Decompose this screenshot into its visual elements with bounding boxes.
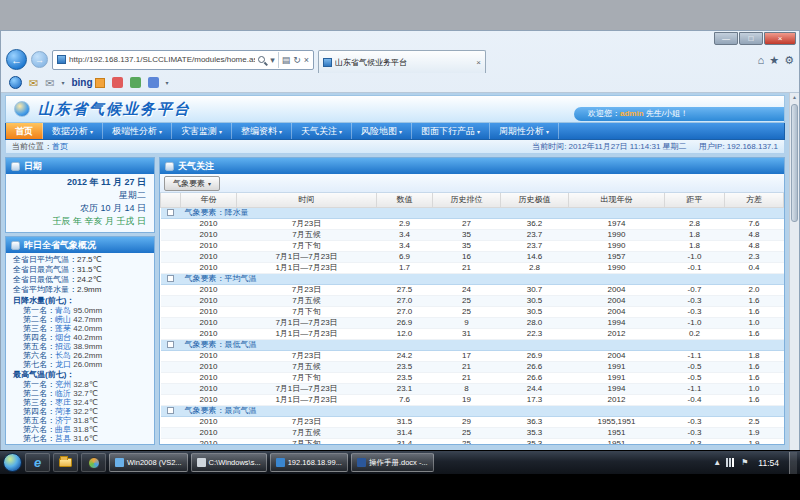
taskbar-clock[interactable]: 11:54 xyxy=(753,458,784,468)
nav-item-7[interactable]: 风险地图▾ xyxy=(352,123,412,139)
table-row[interactable]: 20107月23日27.52430.72004-0.72.0 xyxy=(161,284,784,295)
close-button[interactable]: × xyxy=(764,32,796,45)
station-link[interactable]: 烟台 xyxy=(55,333,71,342)
favorites-shortcut-icon[interactable] xyxy=(112,77,123,88)
scrollbar-thumb[interactable] xyxy=(791,104,798,222)
favorites-shortcut-icon-2[interactable] xyxy=(130,77,141,88)
taskbar-app-button-4[interactable]: 操作手册.docx -... xyxy=(351,453,434,472)
table-row[interactable]: 20107月下旬27.02530.52004-0.31.6 xyxy=(161,306,784,317)
station-link[interactable]: 曲阜 xyxy=(55,425,71,434)
table-row[interactable]: 20101月1日—7月23日7.61917.32012-0.41.6 xyxy=(161,394,784,405)
taskbar-app-button-3[interactable]: 192.168.18.99... xyxy=(270,453,348,472)
station-link[interactable]: 崂山 xyxy=(55,315,71,324)
checkbox[interactable] xyxy=(167,275,174,282)
table-row[interactable]: 20107月下旬3.43523.719901.84.8 xyxy=(161,240,784,251)
taskbar-explorer-icon[interactable] xyxy=(53,453,78,472)
bing-logo[interactable]: bing xyxy=(71,77,104,88)
checkbox[interactable] xyxy=(167,341,174,348)
element-section-row[interactable]: 气象要素：最低气温 xyxy=(161,339,784,350)
scroll-up-icon[interactable]: ▲ xyxy=(792,93,797,102)
action-center-flag-icon[interactable]: ⚑ xyxy=(741,458,748,467)
cell: 7月五候 xyxy=(237,295,377,306)
minimize-button[interactable]: — xyxy=(714,32,738,45)
table-row[interactable]: 20107月1日—7月23日23.1824.41994-1.11.0 xyxy=(161,383,784,394)
element-section-row[interactable]: 气象要素：平均气温 xyxy=(161,273,784,284)
url-text[interactable]: http://192.168.137.1/SLCCLIMATE/modules/… xyxy=(69,55,255,64)
table-row[interactable]: 20107月下旬23.52126.61991-0.51.6 xyxy=(161,372,784,383)
messenger-icon[interactable] xyxy=(9,76,22,89)
nav-item-6[interactable]: 天气关注▾ xyxy=(292,123,352,139)
nav-item-4[interactable]: 灾害监测▾ xyxy=(172,123,232,139)
favorites-shortcut-icon-3[interactable] xyxy=(148,77,159,88)
taskbar-app-button-1[interactable]: Win2008 (VS2... xyxy=(109,453,188,472)
station-link[interactable]: 龙口 xyxy=(55,360,71,369)
maximize-button[interactable]: □ xyxy=(739,32,763,45)
table-row[interactable]: 20107月23日2.92736.219742.87.6 xyxy=(161,218,784,229)
taskbar-app-button-2[interactable]: C:\Windows\s... xyxy=(191,453,267,472)
table-row[interactable]: 20107月下旬31.42535.31951-0.31.9 xyxy=(161,438,784,445)
chevron-down-icon-2[interactable]: ▾ xyxy=(166,79,169,86)
search-icon[interactable] xyxy=(258,56,265,63)
nav-item-3[interactable]: 极端性分析▾ xyxy=(103,123,172,139)
home-icon[interactable]: ⌂ xyxy=(758,50,765,70)
tab-close-icon[interactable]: × xyxy=(476,58,481,67)
tools-gear-icon[interactable]: ⚙ xyxy=(784,50,794,70)
mail-icon-2[interactable]: ✉ xyxy=(45,74,54,92)
cell: 2010 xyxy=(181,240,237,251)
rank-value: 32.4℃ xyxy=(71,398,98,407)
table-row[interactable]: 20107月五候27.02530.52004-0.31.6 xyxy=(161,295,784,306)
table-row[interactable]: 20107月五候3.43523.719901.84.8 xyxy=(161,229,784,240)
table-row[interactable]: 20101月1日—7月23日1.7212.81990-0.10.4 xyxy=(161,262,784,273)
cell: 31 xyxy=(433,328,501,339)
search-dropdown-icon[interactable]: ▾ xyxy=(270,51,275,69)
page-scrollbar[interactable]: ▲ xyxy=(789,93,799,450)
mail-icon[interactable]: ✉ xyxy=(29,74,38,92)
favorites-icon[interactable]: ★ xyxy=(769,50,779,70)
station-link[interactable]: 临沂 xyxy=(55,389,71,398)
chevron-down-icon[interactable]: ▾ xyxy=(61,79,64,86)
station-link[interactable]: 济宁 xyxy=(55,416,71,425)
station-link[interactable]: 蓬莱 xyxy=(55,324,71,333)
nav-item-1[interactable]: 首页 xyxy=(6,123,43,139)
forward-button[interactable]: → xyxy=(31,51,48,68)
table-row[interactable]: 20107月五候31.42535.31951-0.31.9 xyxy=(161,427,784,438)
nav-item-2[interactable]: 数据分析▾ xyxy=(43,123,103,139)
start-button[interactable] xyxy=(3,453,22,472)
compatibility-view-icon[interactable]: ▤ xyxy=(282,51,291,69)
browser-titlebar[interactable]: — □ × xyxy=(1,31,799,46)
element-section-row[interactable]: 气象要素：最高气温 xyxy=(161,405,784,416)
address-input[interactable]: http://192.168.137.1/SLCCLIMATE/modules/… xyxy=(52,50,314,70)
station-link[interactable]: 长岛 xyxy=(55,351,71,360)
table-row[interactable]: 20107月23日24.21726.92004-1.11.8 xyxy=(161,350,784,361)
element-filter-button[interactable]: 气象要素 ▾ xyxy=(164,176,220,191)
nav-item-9[interactable]: 周期性分析▾ xyxy=(490,123,559,139)
breadcrumb-current[interactable]: 首页 xyxy=(52,142,68,151)
station-link[interactable]: 兖州 xyxy=(55,380,71,389)
element-section-row[interactable]: 气象要素：降水量 xyxy=(161,207,784,218)
checkbox[interactable] xyxy=(167,407,174,414)
cell: 2010 xyxy=(181,416,237,427)
station-link[interactable]: 招远 xyxy=(55,342,71,351)
network-icon[interactable] xyxy=(726,458,736,467)
back-button[interactable]: ← xyxy=(6,49,27,70)
nav-item-8[interactable]: 图面下行产品▾ xyxy=(412,123,490,139)
taskbar-media-icon[interactable] xyxy=(81,453,106,472)
table-row[interactable]: 20107月五候23.52126.61991-0.51.6 xyxy=(161,361,784,372)
station-link[interactable]: 枣庄 xyxy=(55,398,71,407)
checkbox[interactable] xyxy=(167,209,174,216)
table-row[interactable]: 20107月23日31.52936.31955,1951-0.32.5 xyxy=(161,416,784,427)
stop-icon[interactable]: × xyxy=(304,51,309,69)
show-desktop-button[interactable] xyxy=(789,452,797,474)
station-link[interactable]: 青岛 xyxy=(55,306,71,315)
station-link[interactable]: 菏泽 xyxy=(55,407,71,416)
nav-item-5[interactable]: 整编资料▾ xyxy=(232,123,292,139)
station-link[interactable]: 莒县 xyxy=(55,434,71,443)
refresh-icon[interactable]: ↻ xyxy=(293,51,301,69)
table-row[interactable]: 20101月1日—7月23日12.03122.320120.21.6 xyxy=(161,328,784,339)
tray-up-icon[interactable]: ▲ xyxy=(713,458,721,467)
table-row[interactable]: 20107月1日—7月23日26.9928.01994-1.01.0 xyxy=(161,317,784,328)
table-row[interactable]: 20107月1日—7月23日6.91614.61957-1.02.3 xyxy=(161,251,784,262)
taskbar-ie-icon[interactable]: e xyxy=(25,453,50,472)
browser-tab[interactable]: 山东省气候业务平台 × xyxy=(318,50,486,73)
rank-item: 第三名：枣庄 32.4℃ xyxy=(13,398,152,407)
